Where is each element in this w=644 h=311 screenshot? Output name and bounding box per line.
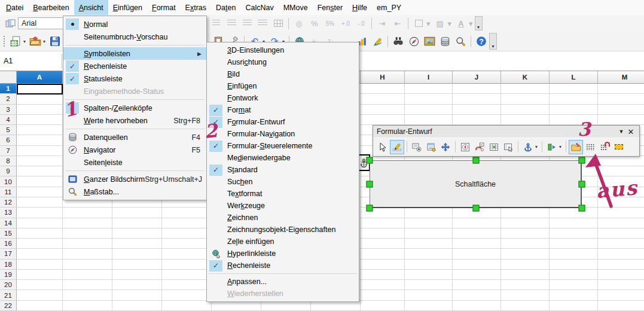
row-header-11[interactable]: 11 — [0, 187, 17, 197]
justify-icon[interactable] — [255, 16, 270, 31]
display-grid-button[interactable] — [583, 140, 597, 154]
submenu-item-formular-entwurf[interactable]: ✓Formular-Entwurf — [207, 116, 359, 128]
automatic-control-focus-button[interactable] — [501, 140, 515, 154]
align-button[interactable] — [545, 140, 559, 154]
menu-fenster[interactable]: Fenster — [313, 0, 347, 15]
row-header-7[interactable]: 7 — [0, 146, 17, 156]
anchor-dropdown[interactable]: ▾ — [535, 144, 538, 150]
draw-functions-icon[interactable] — [370, 33, 385, 49]
add-field-button[interactable] — [472, 140, 487, 154]
menu-item-statusleiste[interactable]: ✓Statusleiste — [63, 72, 206, 85]
toolbar-menu-button[interactable]: ▼ — [616, 127, 626, 136]
zoom-icon[interactable] — [453, 33, 468, 49]
row-header-4[interactable]: 4 — [0, 115, 17, 125]
font-color-icon[interactable]: A — [453, 16, 469, 31]
select-all-corner[interactable] — [0, 71, 17, 84]
menu-daten[interactable]: Daten — [211, 0, 240, 15]
merge-cells-icon[interactable] — [270, 16, 286, 31]
column-header-H[interactable]: H — [361, 71, 405, 84]
row-header-6[interactable]: 6 — [0, 135, 17, 145]
cell-reference-box[interactable]: A1 — [0, 54, 62, 68]
find-replace-icon[interactable] — [390, 33, 406, 49]
new-document-icon[interactable] — [8, 33, 23, 49]
submenu-item-hyperlinkleiste[interactable]: Hyperlinkleiste — [207, 248, 359, 260]
snap-to-grid-button[interactable] — [597, 140, 612, 154]
submenu-item-medienwiedergabe[interactable]: Medienwiedergabe — [207, 152, 359, 164]
position-size-button[interactable] — [438, 140, 453, 154]
column-header-K[interactable]: K — [501, 71, 550, 84]
currency-icon[interactable]: ◎ — [291, 16, 307, 31]
row-header-12[interactable]: 12 — [0, 197, 17, 208]
selected-cell-A1[interactable] — [17, 84, 63, 94]
submenu-item-format[interactable]: ✓Format — [207, 104, 359, 116]
row-header-18[interactable]: 18 — [0, 260, 17, 270]
design-mode-button[interactable] — [390, 140, 404, 154]
menu-item-ganzer-bildschirm[interactable]: Ganzer BildschirmStrg+Umschalt+J — [63, 173, 206, 185]
resize-handle-top-middle[interactable] — [472, 157, 479, 164]
menu-item-normal[interactable]: Normal — [63, 18, 206, 31]
menu-calcnav[interactable]: CalcNav — [240, 0, 278, 15]
align-center-icon[interactable] — [224, 16, 239, 31]
align-dropdown[interactable]: ▾ — [559, 144, 561, 150]
percent-icon[interactable]: % — [307, 16, 322, 31]
row-header-17[interactable]: 17 — [0, 249, 17, 259]
number-format-icon[interactable]: 5% — [322, 16, 338, 31]
save-icon[interactable] — [47, 33, 63, 49]
menu-item-navigator[interactable]: NavigatorF5 — [63, 144, 206, 156]
submenu-item-rechenleiste[interactable]: ✓Rechenleiste — [207, 260, 359, 272]
menu-mmove[interactable]: MMove — [279, 0, 313, 15]
column-header-M[interactable]: M — [598, 71, 644, 84]
submenu-item-formular-steuerelemente[interactable]: ✓Formular-Steuerelemente — [207, 140, 359, 152]
menu-em-py[interactable]: em_PY — [372, 0, 406, 15]
row-header-13[interactable]: 13 — [0, 208, 17, 218]
submenu-item-3d-einstellungen[interactable]: 3D-Einstellungen — [207, 44, 359, 56]
form-design-titlebar[interactable]: Formular-Entwurf ▼ ✕ — [373, 126, 639, 138]
align-left-icon[interactable] — [208, 16, 224, 31]
toolbar-grip[interactable] — [3, 35, 6, 47]
row-header-22[interactable]: 22 — [0, 301, 17, 311]
row-header-5[interactable]: 5 — [0, 125, 17, 135]
row-header-10[interactable]: 10 — [0, 176, 17, 187]
background-color-icon[interactable]: ▨ — [432, 16, 448, 31]
helplines-button[interactable] — [612, 140, 626, 154]
menu-item-spalten-zeilenkoepfe[interactable]: ✓Spalten-/Zeilenköpfe — [63, 102, 206, 114]
sidebar-icon[interactable] — [2, 16, 18, 31]
anchor-button[interactable] — [521, 140, 535, 154]
help-icon[interactable]: ? — [474, 33, 489, 49]
resize-handle-top-right[interactable] — [579, 157, 585, 164]
column-header-L[interactable]: L — [550, 71, 598, 84]
form-push-button[interactable]: Schaltfläche — [370, 160, 582, 208]
submenu-item-textformat[interactable]: Textformat — [207, 188, 359, 200]
menu-extras[interactable]: Extras — [181, 0, 211, 15]
submenu-item-fontwork[interactable]: Fontwork — [207, 92, 359, 104]
menu-item-datenquellen[interactable]: DatenquellenF4 — [63, 131, 206, 144]
gallery-icon[interactable] — [422, 33, 437, 49]
menu-item-seitenleiste[interactable]: Seitenleiste — [63, 156, 206, 169]
row-header-14[interactable]: 14 — [0, 218, 17, 228]
submenu-item-zeichnen[interactable]: Zeichnen — [207, 212, 359, 224]
resize-handle-bottom-left[interactable] — [367, 205, 373, 212]
submenu-item-formular-navigation[interactable]: Formular-Navigation — [207, 128, 359, 140]
menu-datei[interactable]: Datei — [1, 0, 28, 15]
toolbar-overflow-button[interactable]: ▾ — [475, 16, 483, 31]
form-navigator-button[interactable] — [458, 140, 472, 154]
row-header-1[interactable]: 1 — [0, 84, 17, 94]
column-header-I[interactable]: I — [405, 71, 453, 84]
resize-handle-bottom-middle[interactable] — [472, 205, 479, 212]
control-properties-button[interactable] — [410, 140, 424, 154]
submenu-item-zelle-einfuegen[interactable]: Zelle einfügen — [207, 236, 359, 248]
menu-einfuegen[interactable]: Einfügen — [108, 0, 147, 15]
menu-item-rechenleiste[interactable]: ✓Rechenleiste — [63, 60, 206, 72]
column-header-J[interactable]: J — [453, 71, 501, 84]
menu-item-symbolleisten[interactable]: Symbolleisten▶ — [63, 47, 206, 60]
toolbar-overflow-button[interactable]: ▾ — [489, 33, 497, 50]
add-decimal-icon[interactable]: +.0 — [338, 16, 353, 31]
menu-item-werte-hervorheben[interactable]: Werte hervorhebenStrg+F8 — [63, 114, 206, 127]
menu-hilfe[interactable]: Hilfe — [347, 0, 372, 15]
background-color-dropdown[interactable]: ▾ — [448, 19, 452, 28]
select-button[interactable] — [376, 140, 390, 154]
open-dropdown[interactable]: ▾ — [43, 39, 45, 44]
row-header-21[interactable]: 21 — [0, 290, 17, 300]
font-color-dropdown[interactable]: ▾ — [469, 19, 473, 28]
submenu-item-einfuegen[interactable]: Einfügen — [207, 80, 359, 92]
